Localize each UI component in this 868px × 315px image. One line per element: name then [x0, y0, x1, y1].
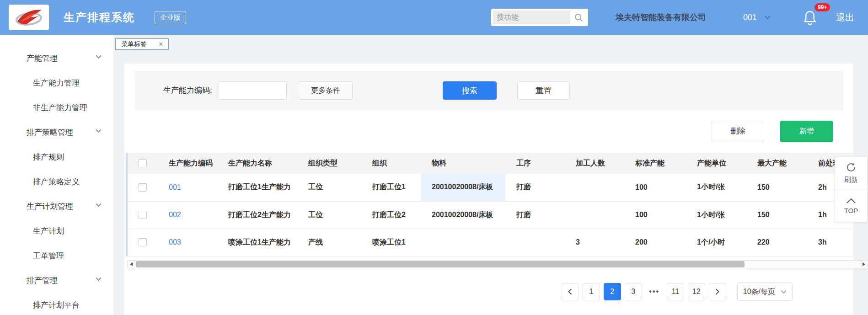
global-search-input[interactable]: [493, 11, 570, 24]
capacity-code-input[interactable]: [219, 81, 287, 100]
column-header: 加工人数: [565, 153, 624, 174]
cell-material: [421, 229, 505, 256]
pagination-page-3[interactable]: 3: [625, 283, 642, 300]
cell-max-capacity: 150: [746, 201, 807, 229]
capacity-code-link[interactable]: 001: [169, 183, 181, 191]
back-to-top-button[interactable]: TOP: [835, 189, 867, 222]
column-header: 产能单位: [686, 153, 746, 174]
chevron-down-icon: [96, 203, 102, 207]
table-header-row: 生产能力编码 生产能力名称 组织类型 组织 物料 工序 加工人数 标准产能 产能…: [127, 153, 853, 174]
pagination: 1 2 3 ••• 11 12 10条/每页: [562, 283, 793, 301]
refresh-button[interactable]: 刷新: [835, 157, 867, 189]
tab-menu-label[interactable]: 菜单标签 ×: [115, 38, 169, 50]
chevron-down-icon: [96, 277, 102, 281]
cell-name: 喷涂工位1生产能力: [217, 229, 297, 256]
refresh-label: 刷新: [844, 176, 858, 184]
org-selector[interactable]: 001: [743, 0, 771, 35]
cell-max-capacity: 150: [746, 174, 807, 201]
cell-org: 喷涂工位1: [361, 229, 421, 256]
sidebar-item-scheduling-mgmt[interactable]: 排产管理: [0, 268, 113, 293]
pagination-page-12[interactable]: 12: [688, 283, 705, 300]
add-button[interactable]: 新增: [780, 121, 833, 142]
sidebar-item-scheduling-rules[interactable]: 排产规则: [0, 144, 113, 169]
cell-process: 打磨: [505, 174, 565, 201]
sidebar-item-strategy-mgmt[interactable]: 排产策略管理: [0, 120, 113, 144]
cell-pre-process: 3h: [807, 229, 853, 256]
sidebar-item-strategy-definition[interactable]: 排产策略定义: [0, 169, 113, 194]
sidebar-nav: 产能管理 生产能力管理 非生产能力管理 排产策略管理 排产规则 排产策略定义 生…: [0, 35, 113, 315]
tab-close-icon[interactable]: ×: [159, 41, 163, 48]
sidebar-item-label: 排产管理: [27, 275, 58, 286]
column-header: 物料: [421, 153, 505, 174]
sidebar-item-non-production-capacity[interactable]: 非生产能力管理: [0, 95, 113, 120]
sidebar-item-production-plan[interactable]: 生产计划: [0, 219, 113, 243]
cell-material: 20010020008/床板: [421, 174, 505, 201]
search-button[interactable]: 搜索: [443, 81, 497, 100]
capacity-code-link[interactable]: 003: [169, 238, 181, 246]
app-header: 生产排程系统 企业版 埃夫特智能装备有限公司 001 99+ 退出: [0, 0, 868, 35]
cell-org: 打磨工位2: [361, 201, 421, 229]
capacity-code-label: 生产能力编码:: [163, 81, 212, 100]
notification-count-badge: 99+: [814, 3, 830, 11]
cell-process: [505, 229, 565, 256]
cell-name: 打磨工位1生产能力: [217, 174, 297, 201]
cell-std-capacity: 100: [624, 174, 686, 201]
column-header: 生产能力名称: [217, 153, 297, 174]
horizontal-scrollbar[interactable]: [127, 260, 868, 268]
column-header: 工序: [505, 153, 565, 174]
sidebar-item-plan-mgmt[interactable]: 生产计划管理: [0, 194, 113, 219]
row-checkbox[interactable]: [139, 211, 147, 219]
sidebar-item-label: 工单管理: [33, 251, 64, 261]
sidebar-item-scheduling-platform[interactable]: 排产计划平台: [0, 293, 113, 315]
logout-button[interactable]: 退出: [836, 0, 854, 35]
page-size-select[interactable]: 10条/每页: [737, 283, 793, 301]
pagination-page-11[interactable]: 11: [667, 283, 684, 300]
select-all-checkbox[interactable]: [139, 159, 147, 167]
sidebar-item-label: 产能管理: [27, 53, 58, 64]
org-code: 001: [743, 13, 757, 22]
pagination-page-2-active[interactable]: 2: [604, 283, 621, 300]
table-row: 002 打磨工位2生产能力 工位 打磨工位2 20010020008/床板 打磨…: [127, 201, 853, 229]
company-name: 埃夫特智能装备有限公司: [616, 0, 706, 35]
pagination-ellipsis[interactable]: •••: [646, 283, 663, 300]
cell-process: 打磨: [505, 201, 565, 229]
pagination-prev-button[interactable]: [562, 283, 579, 300]
sidebar-item-label: 生产能力管理: [33, 78, 80, 88]
row-checkbox[interactable]: [139, 238, 147, 246]
search-icon[interactable]: [574, 13, 584, 22]
cell-org-type: 工位: [297, 174, 361, 201]
scrollbar-thumb[interactable]: [136, 261, 745, 267]
cell-org-type: 工位: [297, 201, 361, 229]
logo-icon: [12, 6, 45, 28]
cell-workers: 3: [565, 229, 624, 256]
cell-name: 打磨工位2生产能力: [217, 201, 297, 229]
row-checkbox[interactable]: [139, 183, 147, 192]
notification-bell-icon[interactable]: [803, 10, 817, 28]
column-header: 最大产能: [746, 153, 807, 174]
sidebar-item-production-capacity[interactable]: 生产能力管理: [0, 70, 113, 95]
cell-org-type: 产线: [297, 229, 361, 256]
chevron-down-icon: [781, 290, 787, 294]
page-size-label: 10条/每页: [743, 287, 775, 297]
reset-button[interactable]: 重置: [517, 81, 570, 100]
cell-std-capacity: 100: [624, 201, 686, 229]
sidebar-item-capacity-mgmt[interactable]: 产能管理: [0, 46, 113, 70]
column-header: 生产能力编码: [158, 153, 217, 174]
refresh-icon: [846, 162, 857, 173]
floating-action-panel: 刷新 TOP: [835, 156, 868, 222]
pagination-next-button[interactable]: [709, 283, 726, 300]
sidebar-item-label: 排产计划平台: [33, 300, 80, 310]
delete-button[interactable]: 删除: [712, 121, 764, 142]
sidebar-item-work-order-mgmt[interactable]: 工单管理: [0, 243, 113, 268]
cell-unit: 1小时/张: [686, 174, 746, 201]
chevron-down-icon: [764, 15, 771, 20]
capacity-code-link[interactable]: 002: [169, 211, 181, 219]
scroll-right-arrow-icon[interactable]: [863, 262, 865, 266]
cell-material: 20010020008/床板: [421, 201, 505, 229]
pagination-page-1[interactable]: 1: [583, 283, 600, 300]
scroll-left-arrow-icon[interactable]: [130, 262, 133, 266]
sidebar-item-label: 排产策略定义: [33, 176, 80, 187]
more-conditions-button[interactable]: 更多条件: [299, 81, 353, 100]
sidebar-item-label: 排产策略管理: [27, 127, 73, 138]
tab-label: 菜单标签: [121, 40, 147, 48]
